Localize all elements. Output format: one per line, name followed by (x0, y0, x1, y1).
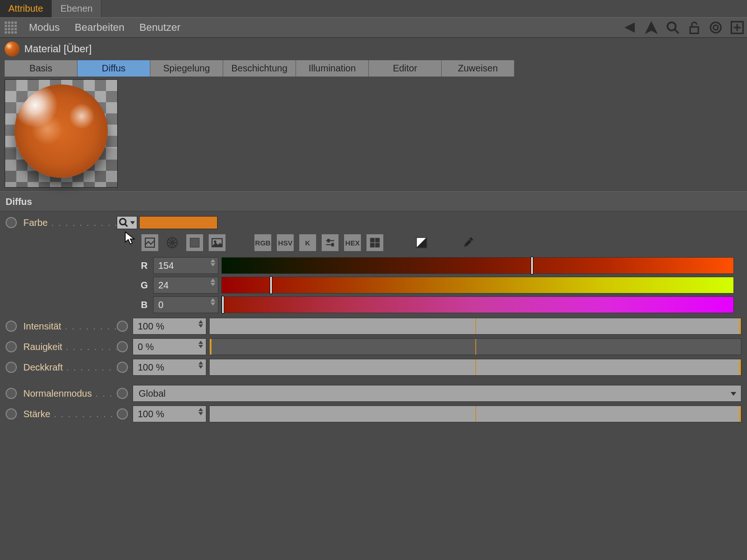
anim-intensitaet[interactable] (117, 321, 128, 332)
eyedropper-icon[interactable] (459, 234, 477, 252)
tab-editor[interactable]: Editor (369, 60, 442, 77)
svg-point-0 (668, 22, 676, 31)
radio-deckkraft[interactable] (6, 362, 17, 373)
svg-rect-24 (375, 243, 380, 247)
svg-line-1 (675, 29, 679, 34)
section-header-diffus: Diffus (0, 191, 747, 211)
color-tool-swatch-icon[interactable] (141, 234, 159, 252)
slider-staerke[interactable] (209, 406, 741, 422)
tab-zuweisen[interactable]: Zuweisen (442, 60, 514, 77)
menu-modus[interactable]: Modus (21, 20, 67, 35)
magnifier-icon (119, 218, 127, 225)
slider-intensitaet[interactable] (209, 318, 741, 335)
input-r[interactable]: 154 (153, 257, 218, 274)
anim-deckkraft[interactable] (117, 362, 128, 373)
tab-spiegelung[interactable]: Spiegelung (150, 60, 223, 77)
new-panel-icon[interactable] (730, 21, 744, 35)
svg-rect-2 (690, 27, 698, 34)
slider-g[interactable] (221, 277, 734, 294)
anim-rauigkeit[interactable] (117, 341, 128, 352)
color-mode-mixer-icon[interactable] (321, 234, 339, 252)
menu-benutzer[interactable]: Benutzer (132, 20, 188, 35)
label-deckkraft: Deckkraft (23, 362, 117, 373)
input-deckkraft[interactable]: 100 % (133, 359, 206, 376)
preview-sphere-icon (14, 84, 108, 178)
material-thumb-icon (5, 42, 20, 56)
color-mode-hsv[interactable]: HSV (276, 234, 294, 252)
input-b[interactable]: 0 (153, 296, 218, 313)
menu-bearbeiten[interactable]: Bearbeiten (67, 20, 132, 35)
chevron-down-icon (130, 221, 135, 224)
input-staerke[interactable]: 100 % (133, 406, 206, 422)
color-tool-image-icon[interactable] (208, 234, 226, 252)
svg-point-16 (214, 241, 216, 243)
color-mode-grid-icon[interactable] (366, 234, 384, 252)
arrow-up-icon[interactable] (644, 21, 658, 35)
svg-rect-23 (370, 243, 374, 247)
label-g: G (138, 280, 150, 291)
label-rauigkeit: Rauigkeit (23, 342, 117, 352)
material-title: Material [Über] (24, 43, 92, 55)
svg-point-3 (711, 22, 721, 33)
svg-rect-19 (328, 239, 330, 242)
dropdown-normalenmodus[interactable]: Global (133, 385, 741, 402)
input-intensitaet[interactable]: 100 % (133, 318, 206, 335)
color-contrast-icon[interactable] (412, 233, 431, 252)
svg-rect-22 (375, 238, 380, 242)
anim-staerke[interactable] (117, 408, 128, 420)
svg-point-4 (713, 25, 718, 30)
chevron-down-icon (731, 392, 736, 396)
anim-normalenmodus[interactable] (117, 388, 128, 399)
tab-basis[interactable]: Basis (5, 60, 78, 77)
tab-ebenen[interactable]: Ebenen (52, 0, 101, 17)
color-picker-dropdown[interactable] (117, 216, 137, 229)
search-icon[interactable] (666, 21, 680, 35)
color-mode-rgb[interactable]: RGB (254, 234, 272, 252)
tab-illumination[interactable]: Illumination (296, 60, 369, 77)
color-swatch[interactable] (139, 216, 218, 229)
grid-menu-icon[interactable] (5, 21, 17, 34)
lock-open-icon[interactable] (687, 21, 701, 35)
tab-diffus[interactable]: Diffus (78, 60, 150, 77)
radio-normalenmodus[interactable] (6, 388, 17, 399)
color-tool-spectrum-icon[interactable] (186, 234, 204, 252)
svg-rect-20 (331, 243, 333, 246)
slider-rauigkeit[interactable] (209, 338, 741, 355)
label-r: R (138, 260, 150, 271)
slider-b[interactable] (221, 296, 734, 313)
radio-intensitaet[interactable] (6, 321, 17, 332)
color-tool-wheel-icon[interactable] (163, 234, 181, 252)
slider-r[interactable] (221, 257, 734, 274)
material-preview[interactable] (5, 79, 118, 188)
color-mode-k[interactable]: K (299, 234, 317, 252)
svg-rect-21 (370, 238, 374, 242)
radio-farbe[interactable] (6, 217, 17, 228)
label-normalenmodus: Normalenmodus (23, 388, 117, 399)
slider-deckkraft[interactable] (209, 359, 741, 376)
label-b: B (138, 300, 150, 310)
input-rauigkeit[interactable]: 0 % (133, 338, 206, 355)
color-mode-hex[interactable]: HEX (344, 234, 361, 252)
label-staerke: Stärke (23, 409, 117, 420)
target-icon[interactable] (709, 21, 723, 35)
label-farbe: Farbe (23, 217, 117, 228)
radio-staerke[interactable] (6, 408, 17, 420)
svg-rect-14 (190, 238, 199, 247)
input-g[interactable]: 24 (153, 277, 218, 294)
arrow-left-icon[interactable] (623, 21, 637, 35)
radio-rauigkeit[interactable] (6, 341, 17, 352)
tab-beschichtung[interactable]: Beschichtung (223, 60, 296, 77)
tab-attribute[interactable]: Attribute (0, 0, 52, 17)
label-intensitaet: Intensität (23, 321, 117, 332)
